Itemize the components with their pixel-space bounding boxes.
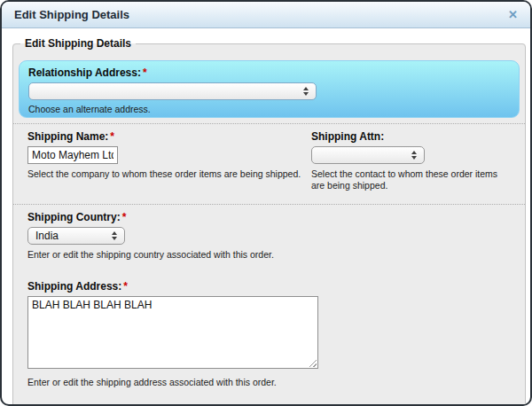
shipping-name-input[interactable] bbox=[27, 146, 118, 164]
shipping-country-help: Enter or edit the shipping country assoc… bbox=[27, 249, 511, 261]
shipping-address-textarea-wrap: BLAH BLAH BLAH BLAH bbox=[27, 296, 318, 369]
relationship-address-label: Relationship Address:* bbox=[28, 66, 510, 80]
shipping-name-label: Shipping Name:* bbox=[27, 130, 311, 144]
shipping-country-label-text: Shipping Country: bbox=[27, 211, 121, 223]
close-icon[interactable]: ✕ bbox=[508, 9, 518, 20]
shipping-attn-select[interactable] bbox=[311, 146, 425, 164]
shipping-attn-help: Select the contact to whom these order i… bbox=[311, 168, 511, 191]
edit-shipping-details-dialog: Edit Shipping Details ✕ Edit Shipping De… bbox=[0, 0, 532, 406]
required-asterisk: * bbox=[110, 130, 114, 143]
shipping-name-field: Shipping Name:* Select the company to wh… bbox=[27, 130, 311, 191]
required-asterisk: * bbox=[143, 66, 147, 79]
shipping-country-select[interactable]: India bbox=[27, 227, 125, 245]
required-asterisk: * bbox=[122, 211, 127, 223]
country-section: Shipping Country:* India Enter or edit t… bbox=[13, 204, 525, 261]
relationship-address-select[interactable] bbox=[28, 82, 317, 100]
relationship-address-label-text: Relationship Address: bbox=[28, 66, 141, 79]
shipping-country-label: Shipping Country:* bbox=[27, 211, 511, 224]
shipping-name-label-text: Shipping Name: bbox=[27, 130, 108, 143]
relationship-address-select-wrap bbox=[28, 82, 317, 100]
required-asterisk: * bbox=[123, 280, 128, 293]
shipping-address-label: Shipping Address:* bbox=[27, 280, 511, 293]
shipping-attn-field: Shipping Attn: Select the contact to who… bbox=[311, 130, 511, 191]
shipping-address-textarea[interactable]: BLAH BLAH BLAH BLAH bbox=[27, 296, 318, 369]
relationship-address-section: Relationship Address:* Choose an alterna… bbox=[19, 60, 520, 118]
shipping-attn-select-wrap bbox=[311, 146, 425, 164]
shipping-country-select-wrap: India bbox=[27, 227, 125, 245]
dialog-body: Edit Shipping Details Relationship Addre… bbox=[2, 28, 530, 406]
fieldset-legend: Edit Shipping Details bbox=[20, 37, 136, 50]
dialog-title: Edit Shipping Details bbox=[14, 8, 508, 21]
shipping-address-help: Enter or edit the shipping address assoc… bbox=[27, 377, 511, 388]
shipping-address-label-text: Shipping Address: bbox=[27, 280, 121, 293]
address-section: Shipping Address:* BLAH BLAH BLAH BLAH E… bbox=[13, 261, 525, 388]
name-attn-section: Shipping Name:* Select the company to wh… bbox=[13, 123, 525, 204]
shipping-attn-label: Shipping Attn: bbox=[311, 130, 511, 144]
shipping-name-help: Select the company to whom these order i… bbox=[27, 168, 311, 180]
city-state-section: Shipping City:* Shipping State: bbox=[13, 388, 525, 406]
relationship-address-help: Choose an alternate address. bbox=[28, 104, 510, 115]
dialog-header: Edit Shipping Details ✕ bbox=[2, 2, 530, 28]
shipping-details-fieldset: Edit Shipping Details Relationship Addre… bbox=[12, 37, 526, 406]
